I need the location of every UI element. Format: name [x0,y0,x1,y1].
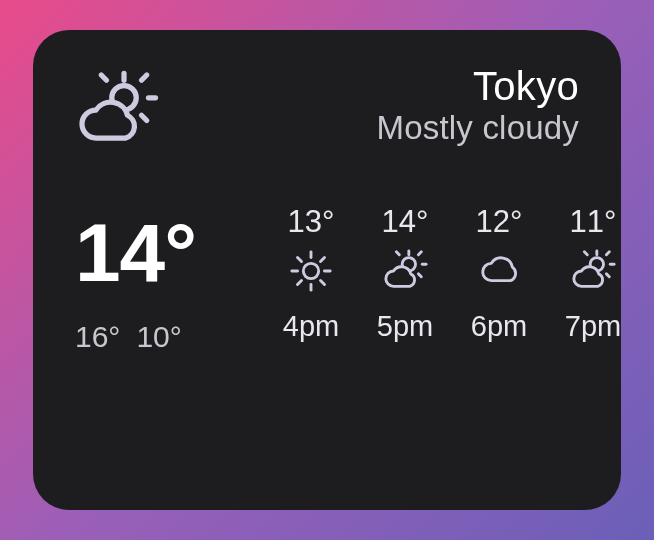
forecast-temperature: 12° [476,204,523,240]
forecast-time: 7pm [565,310,621,343]
partly-cloudy-icon [570,248,616,298]
hourly-forecast: 13° 4pm 14° 5pm 12° 6pm 11° 7pm [275,204,629,343]
sunny-icon [288,248,334,298]
weather-widget[interactable]: Tokyo Mostly cloudy 14° 16° 10° 13° 4pm … [33,30,621,510]
forecast-item: 14° 5pm [369,204,441,343]
current-section: 14° 16° 10° [75,212,245,354]
partly-cloudy-icon [382,248,428,298]
forecast-temperature: 13° [288,204,335,240]
forecast-item: 11° 7pm [557,204,629,343]
location-label: Tokyo [376,64,579,109]
high-temperature: 16° [75,320,120,354]
forecast-time: 4pm [283,310,339,343]
low-temperature: 10° [136,320,181,354]
forecast-time: 6pm [471,310,527,343]
forecast-time: 5pm [377,310,433,343]
forecast-temperature: 14° [382,204,429,240]
current-temperature: 14° [75,212,245,294]
header-text: Tokyo Mostly cloudy [376,64,579,147]
widget-body: 14° 16° 10° 13° 4pm 14° 5pm 12° 6pm [75,212,579,354]
cloudy-icon [476,248,522,298]
forecast-item: 12° 6pm [463,204,535,343]
partly-cloudy-icon [75,68,159,156]
widget-header: Tokyo Mostly cloudy [75,68,579,156]
high-low-row: 16° 10° [75,320,245,354]
forecast-item: 13° 4pm [275,204,347,343]
condition-label: Mostly cloudy [376,109,579,147]
forecast-temperature: 11° [570,204,617,240]
